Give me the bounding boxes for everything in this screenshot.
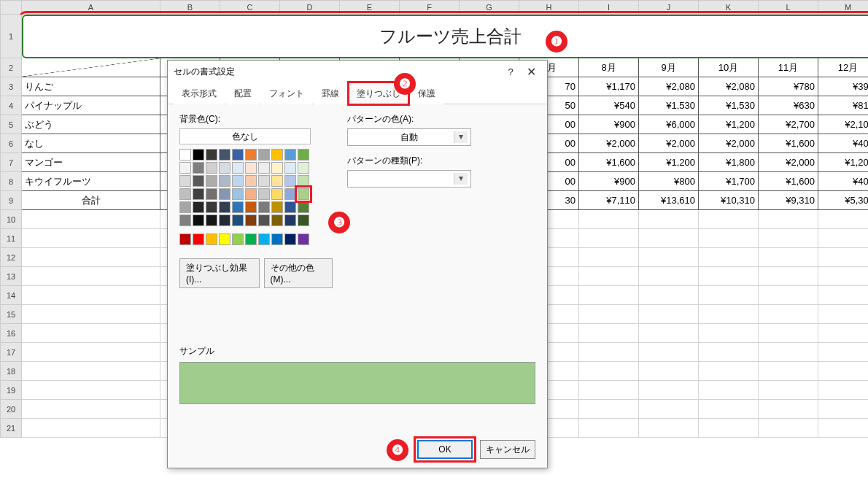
empty-cell[interactable] xyxy=(639,343,699,362)
empty-cell[interactable] xyxy=(579,419,639,438)
empty-cell[interactable] xyxy=(818,324,868,343)
row-header-1[interactable]: 1 xyxy=(0,15,22,58)
color-swatch[interactable] xyxy=(284,215,296,226)
empty-cell[interactable] xyxy=(759,286,818,305)
empty-cell[interactable] xyxy=(699,210,759,229)
empty-cell[interactable] xyxy=(639,324,699,343)
data-cell[interactable]: ¥1,530 xyxy=(699,96,759,115)
color-swatch-standard[interactable] xyxy=(232,233,244,245)
color-swatch[interactable] xyxy=(179,175,191,187)
empty-cell[interactable] xyxy=(818,362,868,381)
row-header-10[interactable]: 10 xyxy=(0,210,22,229)
row-header-18[interactable]: 18 xyxy=(0,362,22,381)
tab-3[interactable]: 罫線 xyxy=(314,82,347,104)
row-label[interactable]: パイナップル xyxy=(22,96,160,115)
color-swatch-standard[interactable] xyxy=(258,233,270,245)
color-swatch[interactable] xyxy=(298,149,309,161)
col-header-M[interactable]: M xyxy=(818,0,868,15)
color-swatch-standard[interactable] xyxy=(298,233,309,245)
row-header-6[interactable]: 6 xyxy=(0,134,22,153)
color-swatch[interactable] xyxy=(193,175,204,187)
data-cell[interactable]: ¥2,080 xyxy=(639,77,699,96)
row-header-20[interactable]: 20 xyxy=(0,400,22,419)
empty-cell[interactable] xyxy=(579,305,639,324)
empty-cell[interactable] xyxy=(759,362,818,381)
data-cell[interactable]: ¥1,600 xyxy=(759,172,818,191)
data-cell[interactable]: ¥7,110 xyxy=(579,191,639,210)
fill-effects-button[interactable]: 塗りつぶし効果(I)... xyxy=(179,258,260,288)
color-swatch[interactable] xyxy=(232,188,244,200)
month-header[interactable]: 12月 xyxy=(818,58,868,77)
close-button[interactable]: ✕ xyxy=(521,63,541,80)
col-header-E[interactable]: E xyxy=(340,0,400,15)
col-header-J[interactable]: J xyxy=(639,0,699,15)
color-swatch[interactable] xyxy=(245,215,257,226)
empty-cell[interactable] xyxy=(639,419,699,438)
row-header-5[interactable]: 5 xyxy=(0,115,22,134)
color-swatch-standard[interactable] xyxy=(271,233,283,245)
data-cell[interactable]: ¥800 xyxy=(639,172,699,191)
row-label[interactable]: キウイフルーツ xyxy=(22,172,160,191)
empty-cell[interactable] xyxy=(759,381,818,400)
color-swatch[interactable] xyxy=(298,215,309,226)
color-swatch[interactable] xyxy=(206,188,217,200)
data-cell[interactable]: ¥2,000 xyxy=(759,153,818,172)
empty-cell[interactable] xyxy=(818,419,868,438)
empty-cell[interactable] xyxy=(22,248,160,267)
data-cell[interactable]: ¥780 xyxy=(759,77,818,96)
color-swatch[interactable] xyxy=(271,149,283,161)
empty-cell[interactable] xyxy=(699,419,759,438)
empty-cell[interactable] xyxy=(579,210,639,229)
empty-cell[interactable] xyxy=(699,267,759,286)
select-all-corner[interactable] xyxy=(0,0,22,15)
empty-cell[interactable] xyxy=(579,362,639,381)
data-cell[interactable]: ¥1,600 xyxy=(759,134,818,153)
row-header-14[interactable]: 14 xyxy=(0,286,22,305)
no-color-button[interactable]: 色なし xyxy=(179,128,311,144)
color-swatch[interactable] xyxy=(258,162,270,174)
data-cell[interactable]: ¥5,300 xyxy=(818,191,868,210)
color-swatch[interactable] xyxy=(193,188,204,200)
color-swatch[interactable] xyxy=(284,175,296,187)
col-header-C[interactable]: C xyxy=(220,0,280,15)
empty-cell[interactable] xyxy=(639,400,699,419)
month-header[interactable]: 11月 xyxy=(759,58,818,77)
data-cell[interactable]: ¥1,530 xyxy=(639,96,699,115)
empty-cell[interactable] xyxy=(699,343,759,362)
empty-cell[interactable] xyxy=(818,381,868,400)
color-swatch[interactable] xyxy=(219,215,230,226)
empty-cell[interactable] xyxy=(818,305,868,324)
data-cell[interactable]: ¥2,000 xyxy=(639,134,699,153)
color-swatch[interactable] xyxy=(232,162,244,174)
empty-cell[interactable] xyxy=(759,305,818,324)
col-header-H[interactable]: H xyxy=(519,0,579,15)
row-header-7[interactable]: 7 xyxy=(0,153,22,172)
empty-cell[interactable] xyxy=(22,362,160,381)
color-swatch[interactable] xyxy=(232,149,244,161)
tab-1[interactable]: 配置 xyxy=(226,82,260,104)
color-swatch-standard[interactable] xyxy=(193,233,204,245)
data-cell[interactable]: ¥540 xyxy=(579,96,639,115)
row-header-17[interactable]: 17 xyxy=(0,343,22,362)
empty-cell[interactable] xyxy=(699,381,759,400)
diagonal-header-cell[interactable] xyxy=(22,58,160,77)
empty-cell[interactable] xyxy=(579,229,639,248)
color-swatch[interactable] xyxy=(219,201,230,213)
color-swatch[interactable] xyxy=(179,188,191,200)
data-cell[interactable]: ¥2,700 xyxy=(759,115,818,134)
tab-0[interactable]: 表示形式 xyxy=(174,82,225,104)
empty-cell[interactable] xyxy=(22,381,160,400)
month-header[interactable]: 9月 xyxy=(639,58,699,77)
empty-cell[interactable] xyxy=(22,305,160,324)
empty-cell[interactable] xyxy=(22,324,160,343)
data-cell[interactable]: ¥900 xyxy=(579,172,639,191)
empty-cell[interactable] xyxy=(639,267,699,286)
data-cell[interactable]: ¥400 xyxy=(818,134,868,153)
color-swatch[interactable] xyxy=(258,215,270,226)
color-swatch[interactable] xyxy=(206,149,217,161)
empty-cell[interactable] xyxy=(818,248,868,267)
empty-cell[interactable] xyxy=(22,210,160,229)
empty-cell[interactable] xyxy=(818,229,868,248)
pattern-color-combo[interactable]: 自動 xyxy=(347,128,471,146)
color-swatch-standard[interactable] xyxy=(206,233,217,245)
